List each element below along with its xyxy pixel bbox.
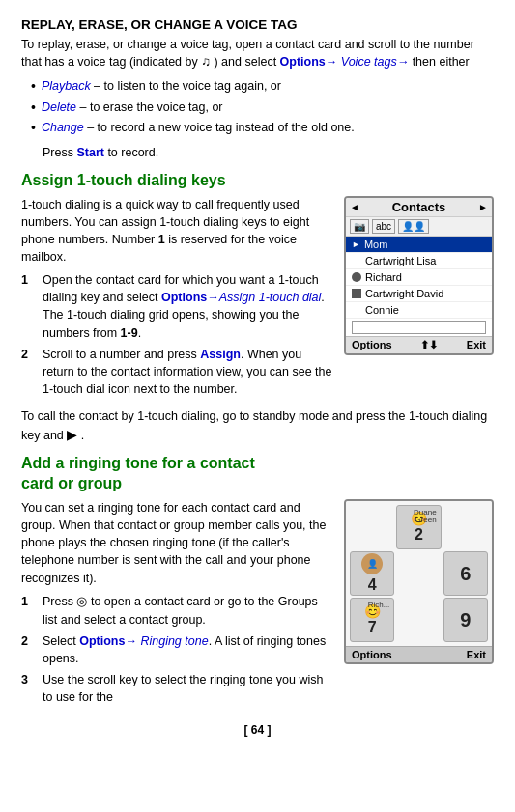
dialpad-footer: Options Exit bbox=[346, 646, 492, 662]
contacts-phone-mockup: ◄ Contacts ► 📷 abc 👤👤 ► Mom Cartwright L… bbox=[344, 196, 494, 355]
section3-step1: 1 Press ◎ to open a contact card or go t… bbox=[21, 593, 334, 629]
dialpad-cell-2: DuaneGreen 😊 2 bbox=[396, 505, 441, 549]
contact-row-richard: Richard bbox=[346, 269, 492, 286]
tab-icon-3: 👤👤 bbox=[398, 219, 429, 234]
dialpad-options-btn[interactable]: Options bbox=[352, 649, 392, 660]
dialpad-cell-empty2 bbox=[443, 505, 488, 549]
contacts-options-btn[interactable]: Options bbox=[352, 339, 392, 351]
section2-heading: Assign 1-touch dialing keys bbox=[21, 171, 494, 191]
contacts-footer: Options ⬆⬇ Exit bbox=[346, 336, 492, 353]
section3: Add a ringing tone for a contact card or… bbox=[21, 454, 494, 710]
section2: Assign 1-touch dialing keys 1-touch dial… bbox=[21, 171, 494, 445]
section2-steps: 1 Open the contact card for which you wa… bbox=[21, 271, 334, 398]
dialpad-cell-empty1 bbox=[350, 505, 394, 549]
mom-icon: ► bbox=[352, 239, 360, 249]
dialpad-cell-empty4 bbox=[396, 598, 441, 642]
section2-step2: 2 Scroll to a number and press Assign. W… bbox=[21, 346, 334, 398]
contacts-forward-arrow: ► bbox=[478, 202, 488, 212]
contacts-exit-btn[interactable]: Exit bbox=[467, 339, 486, 351]
contact-row-connie: Connie bbox=[346, 302, 492, 319]
section3-intro: You can set a ringing tone for each cont… bbox=[21, 499, 334, 587]
section3-text-col: You can set a ringing tone for each cont… bbox=[21, 499, 334, 710]
contact-row-cartwright-lisa: Cartwright Lisa bbox=[346, 253, 492, 269]
section3-steps: 1 Press ◎ to open a contact card or go t… bbox=[21, 593, 334, 706]
contact-row-cartwright-david: Cartwright David bbox=[346, 286, 492, 302]
section3-two-col: You can set a ringing tone for each cont… bbox=[21, 499, 494, 710]
bullet-delete: Delete – to erase the voice tag, or bbox=[31, 98, 494, 118]
search-box bbox=[352, 321, 486, 334]
dial-icon: ▶ bbox=[67, 427, 77, 442]
dialpad-phone-mockup: DuaneGreen 😊 2 👤 4 6 bbox=[344, 499, 494, 664]
contacts-scroll-icon: ⬆⬇ bbox=[420, 339, 438, 351]
section2-text-col: 1-touch dialing is a quick way to call f… bbox=[21, 196, 334, 402]
press-icon: ◎ bbox=[76, 594, 87, 608]
dialpad-cell-9: 9 bbox=[443, 598, 488, 642]
contact-row-mom: ► Mom bbox=[346, 237, 492, 253]
dialpad-cell-6: 6 bbox=[443, 551, 488, 596]
contacts-header: ◄ Contacts ► bbox=[346, 198, 492, 217]
contacts-toolbar: 📷 abc 👤👤 bbox=[346, 217, 492, 237]
section1-bullets: Playback – to listen to the voice tag ag… bbox=[31, 77, 494, 138]
section2-footer: To call the contact by 1-touch dialing, … bbox=[21, 407, 494, 444]
contacts-screen: ◄ Contacts ► 📷 abc 👤👤 ► Mom Cartwright L… bbox=[344, 196, 494, 402]
bullet-change: Change – to record a new voice tag inste… bbox=[31, 119, 494, 138]
tab-icon-2: abc bbox=[372, 219, 395, 234]
section1-press-start: Press Start to record. bbox=[43, 144, 494, 161]
dialpad-screen: DuaneGreen 😊 2 👤 4 6 bbox=[344, 499, 494, 710]
dialpad-exit-btn[interactable]: Exit bbox=[467, 649, 486, 660]
dialpad-cell-empty3 bbox=[396, 551, 441, 596]
section3-step3: 3 Use the scroll key to select the ringi… bbox=[21, 671, 334, 706]
section2-intro: 1-touch dialing is a quick way to call f… bbox=[21, 196, 334, 266]
dialpad-cell-7: Rich... 😊 7 bbox=[350, 598, 394, 642]
voice-tag-icon: ♫ bbox=[201, 54, 211, 69]
bullet-playback: Playback – to listen to the voice tag ag… bbox=[31, 77, 494, 97]
contacts-title: Contacts bbox=[392, 200, 446, 214]
section1-intro: To replay, erase, or change a voice tag,… bbox=[21, 36, 494, 71]
section1-title: REPLAY, ERASE, OR CHANGE A VOICE TAG bbox=[21, 17, 494, 32]
section3-step2: 2 Select Options→ Ringing tone. A list o… bbox=[21, 632, 334, 667]
section3-heading: Add a ringing tone for a contact card or… bbox=[21, 454, 494, 494]
section2-step1: 1 Open the contact card for which you wa… bbox=[21, 271, 334, 342]
david-icon bbox=[352, 289, 361, 298]
dialpad-grid: DuaneGreen 😊 2 👤 4 6 bbox=[346, 501, 492, 646]
tab-icon-1: 📷 bbox=[350, 219, 369, 234]
richard-icon bbox=[352, 272, 361, 282]
search-row bbox=[346, 319, 492, 336]
page-number: [ 64 ] bbox=[21, 723, 494, 737]
contacts-back-arrow: ◄ bbox=[350, 202, 359, 212]
cell4-avatar: 👤 bbox=[361, 553, 383, 574]
section1: REPLAY, ERASE, OR CHANGE A VOICE TAG To … bbox=[21, 17, 494, 161]
dialpad-cell-4: 👤 4 bbox=[350, 551, 394, 596]
section2-two-col: 1-touch dialing is a quick way to call f… bbox=[21, 196, 494, 402]
